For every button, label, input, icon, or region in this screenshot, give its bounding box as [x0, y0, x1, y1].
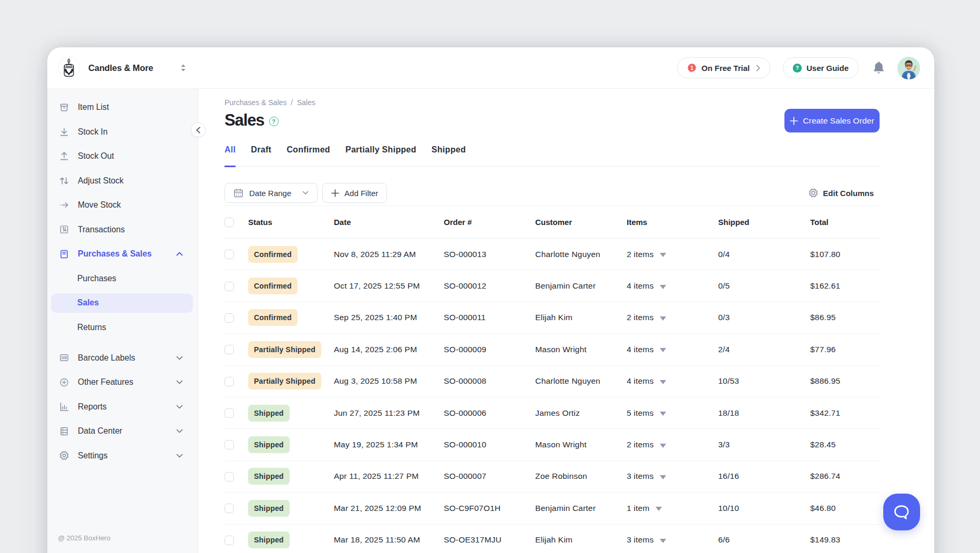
svg-text:1: 1 — [690, 65, 693, 71]
